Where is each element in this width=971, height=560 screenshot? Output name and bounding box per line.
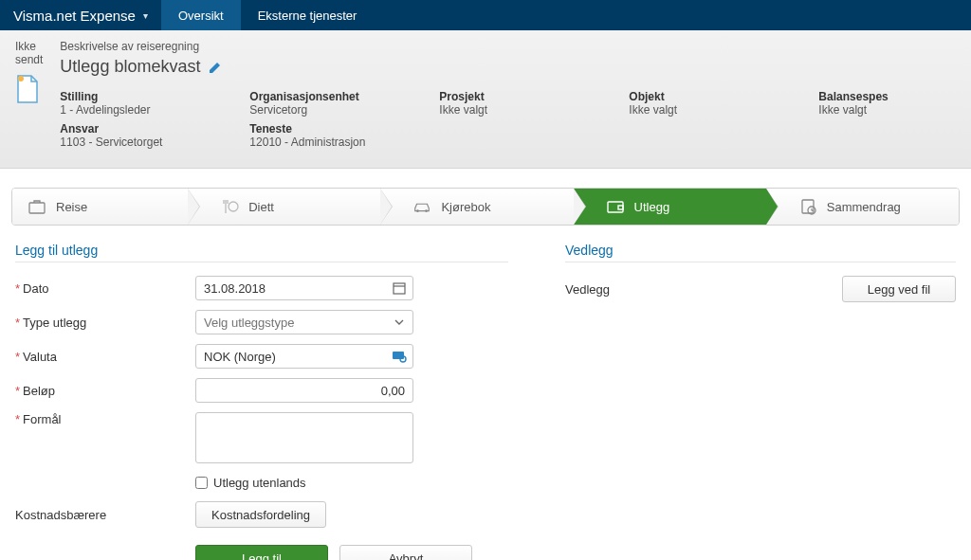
meta-orgenhet-label: Organisasjonsenhet [249,90,382,103]
chevron-down-icon[interactable] [391,314,408,331]
button-label: Legg ved fil [868,282,931,297]
chevron-down-icon: ▾ [143,10,148,21]
brand[interactable]: Visma.net Expense ▾ [0,0,161,30]
meta-orgenhet-value: Servicetorg [249,103,382,117]
clipboard-icon [798,197,817,216]
nav-oversikt[interactable]: Oversikt [161,0,241,30]
type-label: Type utlegg [15,316,195,330]
meta-objekt-value: Ikke valgt [629,103,761,117]
cutlery-icon [220,197,239,216]
expense-title: Utlegg blomekvast [60,57,971,77]
vedlegg-label: Vedlegg [565,282,610,297]
meta-teneste-value: 12010 - Administrasjon [249,135,382,149]
meta-stilling-label: Stilling [60,90,192,103]
nav-item-label: Oversikt [178,9,224,23]
kostnadsbaerere-label: Kostnadsbærere [15,508,195,522]
vedlegg-panel: Vedlegg Vedlegg Legg ved fil [565,243,956,560]
brand-label: Visma.net Expense [13,8,136,24]
utlegg-form: Legg til utlegg Dato Type utlegg Valuta [15,243,508,560]
description-label: Beskrivelse av reiseregning [60,40,971,53]
button-label: Kostnadsfordeling [211,508,310,522]
svg-point-4 [426,209,429,212]
svg-rect-1 [29,203,45,213]
formal-textarea[interactable] [195,412,413,463]
top-nav: Visma.net Expense ▾ Oversikt Eksterne tj… [0,0,971,30]
step-label: Diett [248,200,274,214]
wallet-icon [606,197,625,216]
step-label: Kjørebok [441,200,490,214]
legg-til-button[interactable]: Legg til [195,545,328,560]
status-label: Ikke sendt [15,40,43,66]
step-label: Sammendrag [827,200,901,214]
svg-point-0 [18,76,24,81]
belop-input[interactable] [195,378,413,403]
legg-ved-fil-button[interactable]: Legg ved fil [842,276,956,302]
expense-header: Ikke sendt Beskrivelse av reiseregning U… [0,30,971,169]
valuta-label: Valuta [15,350,195,364]
step-sammendrag[interactable]: Sammendrag [766,189,959,225]
meta-balansespes-label: Balansespes [818,90,951,103]
utenlands-checkbox[interactable] [195,477,208,489]
calendar-icon[interactable] [391,280,408,297]
nav-item-label: Eksterne tjenester [258,9,357,23]
edit-icon[interactable] [208,60,223,75]
step-diett[interactable]: Diett [188,189,380,225]
document-icon [15,74,43,104]
step-utlegg[interactable]: Utlegg [574,189,766,225]
suitcase-icon [27,197,46,216]
step-label: Utlegg [634,200,670,214]
svg-rect-9 [394,283,405,294]
car-icon [412,197,431,216]
svg-point-3 [416,209,419,212]
avbryt-button[interactable]: Avbryt [339,545,472,560]
meta-prosjekt-label: Prosjekt [439,90,572,103]
svg-rect-6 [618,206,623,209]
dato-label: Dato [15,281,195,296]
nav-eksterne-tjenester[interactable]: Eksterne tjenester [241,0,375,30]
meta-stilling-value: 1 - Avdelingsleder [60,103,192,117]
svg-rect-10 [393,352,404,359]
meta-balansespes-value: Ikke valgt [818,103,951,117]
meta-teneste-label: Teneste [249,122,382,135]
meta-objekt-label: Objekt [629,90,761,103]
belop-label: Beløp [15,384,195,398]
meta-grid: Stilling 1 - Avdelingsleder Ansvar 1103 … [60,90,971,154]
content: Legg til utlegg Dato Type utlegg Valuta [0,226,971,560]
step-kjorebok[interactable]: Kjørebok [380,189,573,225]
svg-rect-5 [608,202,623,212]
formal-label: Formål [15,412,195,426]
wizard-steps: Reise Diett Kjørebok Utlegg Sammendrag [11,188,960,226]
step-reise[interactable]: Reise [12,189,188,225]
svg-point-2 [229,202,238,211]
dato-input[interactable] [195,276,413,300]
valuta-input[interactable] [195,344,413,369]
meta-prosjekt-value: Ikke valgt [439,103,572,117]
button-label: Avbryt [389,551,424,561]
type-select[interactable] [195,310,413,334]
expense-title-text: Utlegg blomekvast [60,57,200,77]
form-section-title: Legg til utlegg [15,243,508,262]
step-label: Reise [56,200,87,214]
kostnadsfordeling-button[interactable]: Kostnadsfordeling [195,501,326,528]
vedlegg-section-title: Vedlegg [565,243,956,262]
utenlands-label: Utlegg utenlands [213,476,306,490]
button-label: Legg til [242,551,282,561]
meta-ansvar-label: Ansvar [60,122,192,135]
currency-lookup-icon[interactable] [391,348,408,365]
meta-ansvar-value: 1103 - Servicetorget [60,135,192,149]
status-column: Ikke sendt [15,40,43,104]
